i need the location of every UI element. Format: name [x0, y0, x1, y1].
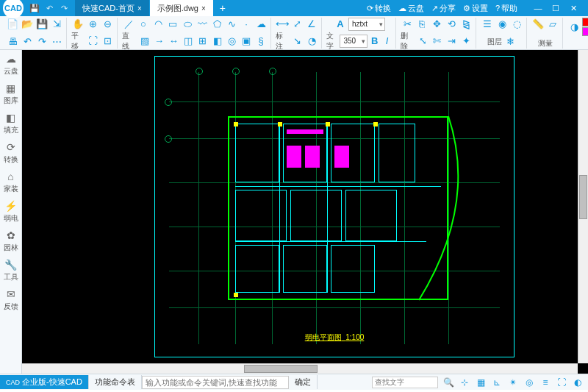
- open-icon[interactable]: 📂: [21, 18, 34, 31]
- lineweight-icon[interactable]: ≡: [539, 377, 551, 388]
- close-button[interactable]: ✕: [564, 0, 582, 16]
- sidebar-item-convert[interactable]: ⟳转换: [1, 141, 21, 165]
- drawing-canvas[interactable]: 弱电平面图 1:100: [22, 50, 588, 374]
- grid-icon[interactable]: ▦: [475, 377, 487, 388]
- cmd-table-button[interactable]: 功能命令表: [89, 375, 142, 389]
- help-button[interactable]: ?帮助: [495, 3, 517, 14]
- zoom-extents-icon[interactable]: ⊡: [101, 35, 114, 48]
- color-picker-icon[interactable]: ◑: [567, 20, 581, 33]
- osnap-icon[interactable]: ◎: [523, 377, 535, 388]
- measure-dist-icon[interactable]: 📏: [531, 18, 545, 31]
- undo-icon[interactable]: ↶: [21, 35, 34, 49]
- dim-radius-icon[interactable]: ◔: [306, 35, 318, 48]
- italic-button[interactable]: I: [381, 35, 392, 48]
- sidebar-item-library[interactable]: ▦图库: [1, 82, 21, 106]
- rect-icon[interactable]: ▭: [166, 18, 179, 31]
- sidebar-item-weak-elec[interactable]: ⚡弱电: [1, 200, 21, 224]
- ortho-icon[interactable]: ⊾: [491, 377, 503, 388]
- mirror-icon[interactable]: ⧎: [459, 18, 473, 31]
- dim-aligned-icon[interactable]: ⤢: [290, 18, 304, 31]
- sidebar-item-feedback[interactable]: ✉反馈: [1, 288, 21, 312]
- layer-on-icon[interactable]: ◉: [495, 18, 509, 31]
- arc-icon[interactable]: ◠: [151, 18, 165, 31]
- command-input[interactable]: [142, 376, 289, 389]
- hatch-icon[interactable]: ▨: [138, 35, 151, 48]
- sidebar-item-garden[interactable]: ✿园林: [1, 229, 21, 253]
- save-icon[interactable]: 💾: [29, 3, 40, 13]
- snap-icon[interactable]: ⊹: [459, 377, 470, 388]
- delete-icon[interactable]: ✂: [401, 18, 414, 31]
- tab-home[interactable]: 快速CAD-首页 ×: [75, 0, 150, 16]
- helix-icon[interactable]: §: [254, 35, 268, 48]
- sidebar-item-tools[interactable]: 🔧工具: [1, 259, 21, 282]
- search-icon[interactable]: 🔍: [442, 377, 454, 388]
- fullscreen-icon[interactable]: ⛶: [556, 377, 567, 388]
- measure-area-icon[interactable]: ▱: [546, 18, 559, 31]
- close-icon[interactable]: ×: [201, 4, 206, 13]
- zoom-in-icon[interactable]: ⊕: [86, 18, 99, 31]
- search-input[interactable]: [372, 377, 438, 388]
- zoom-window-icon[interactable]: ⛶: [87, 35, 99, 48]
- cloud-icon[interactable]: ☁: [254, 18, 268, 31]
- wipeout-icon[interactable]: ▣: [240, 35, 253, 48]
- rotate-icon[interactable]: ⟲: [445, 18, 458, 31]
- sidebar-item-cloud[interactable]: ☁云盘: [1, 53, 21, 76]
- circle-icon[interactable]: ○: [137, 18, 150, 31]
- sidebar-item-fill[interactable]: ◧填充: [1, 112, 21, 135]
- move-icon[interactable]: ✥: [430, 18, 443, 31]
- vertical-scrollbar[interactable]: [578, 50, 588, 363]
- redo-icon[interactable]: ↷: [35, 35, 49, 49]
- polyline-icon[interactable]: 〰: [196, 18, 209, 31]
- zoom-out-icon[interactable]: ⊖: [101, 18, 114, 31]
- size-select[interactable]: 350: [340, 35, 368, 48]
- undo-icon[interactable]: ↶: [44, 3, 54, 13]
- trim-icon[interactable]: ✄: [431, 35, 444, 48]
- scale-icon[interactable]: ⤡: [417, 35, 430, 48]
- minimize-button[interactable]: —: [529, 0, 547, 16]
- text-icon[interactable]: A: [334, 18, 347, 31]
- polar-icon[interactable]: ✴: [507, 377, 519, 388]
- export-icon[interactable]: ⇲: [50, 18, 63, 31]
- pan-icon[interactable]: ✋: [71, 18, 85, 31]
- close-icon[interactable]: ×: [137, 4, 142, 13]
- status-color-icon[interactable]: ◐: [572, 377, 584, 388]
- cloud-button[interactable]: ☁云盘: [398, 3, 424, 14]
- donut-icon[interactable]: ◎: [226, 35, 239, 48]
- settings-button[interactable]: ⚙设置: [463, 3, 488, 14]
- table-icon[interactable]: ⊞: [196, 35, 209, 48]
- tab-drawing[interactable]: 示例图.dwg ×: [150, 0, 214, 16]
- convert-button[interactable]: ⟳转换: [367, 3, 391, 14]
- xline-icon[interactable]: ↔: [167, 35, 180, 48]
- dim-linear-icon[interactable]: ⟷: [276, 18, 289, 31]
- polygon-icon[interactable]: ⬠: [210, 18, 223, 31]
- share-button[interactable]: ↗分享: [431, 3, 456, 14]
- leader-icon[interactable]: ↘: [291, 35, 304, 48]
- font-select[interactable]: hztxt: [348, 18, 385, 31]
- ellipse-icon[interactable]: ⬭: [181, 18, 194, 31]
- spline-icon[interactable]: ∿: [225, 18, 238, 31]
- add-tab-button[interactable]: +: [214, 0, 232, 16]
- layer-freeze-icon[interactable]: ❄: [503, 35, 517, 49]
- layer-icon[interactable]: ☰: [481, 18, 494, 31]
- color-red[interactable]: [582, 18, 588, 26]
- explode-icon[interactable]: ✦: [459, 35, 473, 48]
- print-icon[interactable]: 🖶: [6, 35, 19, 49]
- layer-off-icon[interactable]: ◌: [510, 18, 523, 31]
- line-icon[interactable]: ／: [122, 18, 135, 31]
- horizontal-scrollbar[interactable]: [22, 363, 578, 374]
- save-icon[interactable]: 💾: [35, 18, 49, 31]
- copy-icon[interactable]: ⎘: [415, 18, 429, 31]
- confirm-button[interactable]: 确定: [289, 375, 318, 389]
- edition-chip[interactable]: CAD企业版-快速CAD: [0, 375, 89, 389]
- bold-button[interactable]: B: [369, 35, 380, 48]
- redo-icon[interactable]: ↷: [59, 3, 69, 13]
- sidebar-item-home[interactable]: ⌂家装: [1, 171, 21, 194]
- block-icon[interactable]: ◫: [182, 35, 195, 48]
- new-icon[interactable]: 📄: [6, 18, 19, 31]
- more-icon[interactable]: ⋯: [50, 35, 63, 49]
- dim-angular-icon[interactable]: ∠: [305, 18, 318, 31]
- color-magenta[interactable]: [582, 27, 588, 36]
- point-icon[interactable]: ·: [240, 18, 253, 31]
- region-icon[interactable]: ◧: [211, 35, 224, 48]
- extend-icon[interactable]: ⇥: [445, 35, 459, 48]
